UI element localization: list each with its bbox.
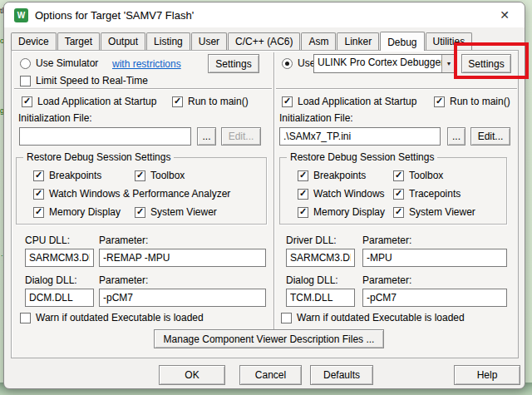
dialog-title: Options for Target 'SAMV7 Flash' xyxy=(35,9,194,22)
tab-debug[interactable]: Debug xyxy=(380,32,424,51)
load-application-label-right: Load Application at Startup xyxy=(298,96,416,107)
tab-strip: Device Target Output Listing User C/C++ … xyxy=(11,32,473,50)
watch-windows-label-right: Watch Windows xyxy=(313,188,385,200)
with-restrictions-link[interactable]: with restrictions xyxy=(112,58,181,70)
run-to-main-checkbox-right[interactable] xyxy=(434,96,445,107)
use-simulator-radio[interactable] xyxy=(20,58,31,69)
dialog-dll-parameter-input-left[interactable] xyxy=(99,289,266,307)
tracepoints-checkbox-right[interactable] xyxy=(393,189,404,200)
toolbox-label-left: Toolbox xyxy=(150,170,185,181)
cancel-button[interactable]: Cancel xyxy=(239,365,302,385)
tab-output[interactable]: Output xyxy=(101,32,145,50)
run-to-main-label-left: Run to main() xyxy=(188,96,249,107)
debugger-select[interactable]: ULINK Pro Cortex Debugger ▼ xyxy=(313,54,456,73)
restore-group-title-left: Restore Debug Session Settings xyxy=(23,151,174,163)
system-viewer-label-right: System Viewer xyxy=(409,206,475,218)
init-file-input-left[interactable] xyxy=(19,127,191,146)
tab-asm[interactable]: Asm xyxy=(301,32,336,50)
cpu-dll-input[interactable] xyxy=(25,249,94,267)
load-application-checkbox-right[interactable] xyxy=(282,96,293,107)
warn-outdated-label-right: Warn if outdated Executable is loaded xyxy=(297,312,465,323)
dialog-dll-input-left[interactable] xyxy=(25,289,94,307)
panel-divider xyxy=(273,52,275,329)
ok-button[interactable]: OK xyxy=(159,365,225,385)
tab-user[interactable]: User xyxy=(191,32,227,50)
manage-component-viewer-button[interactable]: Manage Component Viewer Description File… xyxy=(154,329,384,348)
dialog-dll-label-right: Dialog DLL: xyxy=(286,274,338,286)
system-viewer-checkbox-right[interactable] xyxy=(393,207,404,218)
use-debugger-radio[interactable] xyxy=(282,58,293,69)
browse-button-right[interactable]: ... xyxy=(447,127,466,146)
driver-dll-parameter-input[interactable] xyxy=(362,249,507,267)
browse-button-left[interactable]: ... xyxy=(197,127,216,146)
parameter-label: Parameter: xyxy=(99,274,148,286)
watch-windows-checkbox-right[interactable] xyxy=(298,189,308,200)
watch-windows-checkbox-left[interactable] xyxy=(33,189,44,200)
warn-outdated-checkbox-right[interactable] xyxy=(281,313,292,323)
tab-listing[interactable]: Listing xyxy=(146,32,190,50)
watch-windows-label-left: Watch Windows & Performance Analyzer xyxy=(49,188,230,200)
limit-speed-checkbox[interactable] xyxy=(20,76,31,86)
edit-button-right[interactable]: Edit... xyxy=(470,127,510,146)
tab-device[interactable]: Device xyxy=(11,32,57,50)
toolbox-checkbox-right[interactable] xyxy=(393,170,404,181)
init-file-input-right[interactable] xyxy=(279,127,441,146)
memory-display-checkbox-right[interactable] xyxy=(298,207,308,218)
tab-linker[interactable]: Linker xyxy=(337,32,379,50)
title-bar: W Options for Target 'SAMV7 Flash' ✕ xyxy=(4,2,525,27)
system-viewer-label-left: System Viewer xyxy=(150,206,217,218)
close-icon[interactable]: ✕ xyxy=(495,8,515,22)
breakpoints-checkbox-left[interactable] xyxy=(33,170,44,181)
tab-cpp-ac6[interactable]: C/C++ (AC6) xyxy=(228,32,300,50)
defaults-button[interactable]: Defaults xyxy=(310,365,373,385)
system-viewer-checkbox-left[interactable] xyxy=(135,207,145,218)
debug-tab-page: Use Simulator with restrictions Settings… xyxy=(11,50,519,358)
help-button[interactable]: Help xyxy=(454,365,520,385)
load-application-label-left: Load Application at Startup xyxy=(37,96,156,107)
restore-group-left: Restore Debug Session Settings Breakpoin… xyxy=(16,157,267,225)
breakpoints-checkbox-right[interactable] xyxy=(298,170,308,181)
driver-dll-label: Driver DLL: xyxy=(286,235,337,246)
section-divider xyxy=(14,88,272,90)
init-file-label-left: Initialization File: xyxy=(18,112,92,124)
parameter-label: Parameter: xyxy=(99,235,148,246)
toolbox-label-right: Toolbox xyxy=(409,170,443,181)
dialog-dll-label-left: Dialog DLL: xyxy=(25,274,77,286)
tracepoints-label-right: Tracepoints xyxy=(409,188,461,200)
cpu-dll-parameter-input[interactable] xyxy=(99,249,266,267)
init-file-label-right: Initialization File: xyxy=(279,112,353,124)
memory-display-label-right: Memory Display xyxy=(313,206,385,218)
restore-group-title-right: Restore Debug Session Settings xyxy=(287,151,437,163)
warn-outdated-label-left: Warn if outdated Executable is loaded xyxy=(36,312,204,323)
red-highlight-annotation xyxy=(454,42,529,79)
section-divider xyxy=(276,88,517,90)
debugger-select-value: ULINK Pro Cortex Debugger xyxy=(314,55,441,72)
run-to-main-label-right: Run to main() xyxy=(450,96,510,107)
cpu-dll-label: CPU DLL: xyxy=(25,235,70,246)
restore-group-right: Restore Debug Session Settings Breakpoin… xyxy=(279,157,507,225)
breakpoints-label-left: Breakpoints xyxy=(49,170,101,181)
parameter-label: Parameter: xyxy=(362,274,411,286)
use-simulator-label: Use Simulator xyxy=(36,57,98,69)
limit-speed-label: Limit Speed to Real-Time xyxy=(36,75,148,86)
parameter-label: Parameter: xyxy=(362,235,411,246)
memory-display-label-left: Memory Display xyxy=(49,206,121,218)
driver-dll-input[interactable] xyxy=(286,249,355,267)
options-dialog: W Options for Target 'SAMV7 Flash' ✕ Dev… xyxy=(3,2,525,389)
memory-display-checkbox-left[interactable] xyxy=(33,207,44,218)
toolbox-checkbox-left[interactable] xyxy=(135,170,145,181)
run-to-main-checkbox-left[interactable] xyxy=(172,96,183,107)
warn-outdated-checkbox-left[interactable] xyxy=(20,313,31,323)
dialog-dll-input-right[interactable] xyxy=(286,289,355,307)
dialog-dll-parameter-input-right[interactable] xyxy=(362,289,507,307)
breakpoints-label-right: Breakpoints xyxy=(313,170,366,181)
simulator-settings-button[interactable]: Settings xyxy=(208,54,259,73)
uvision-logo-icon: W xyxy=(14,8,28,22)
tab-target[interactable]: Target xyxy=(57,32,100,50)
load-application-checkbox-left[interactable] xyxy=(22,96,32,107)
edit-button-left: Edit... xyxy=(221,127,261,146)
